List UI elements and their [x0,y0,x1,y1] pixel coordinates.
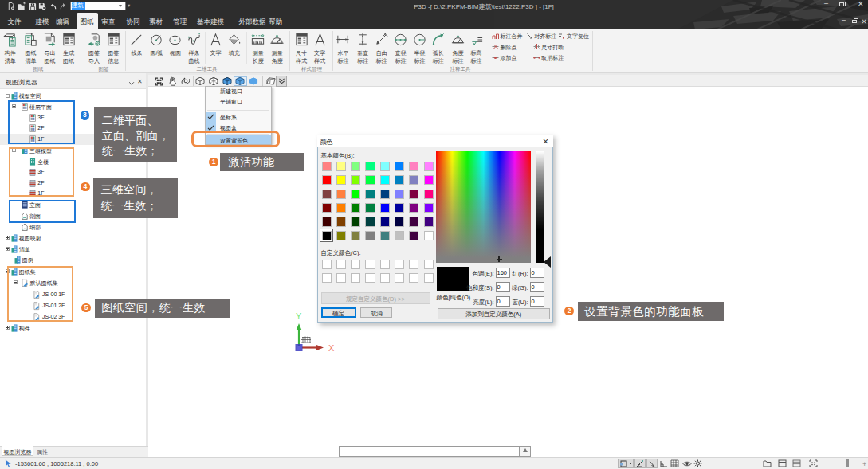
svg-text:X: X [328,343,335,353]
svg-text:Y: Y [296,311,302,321]
